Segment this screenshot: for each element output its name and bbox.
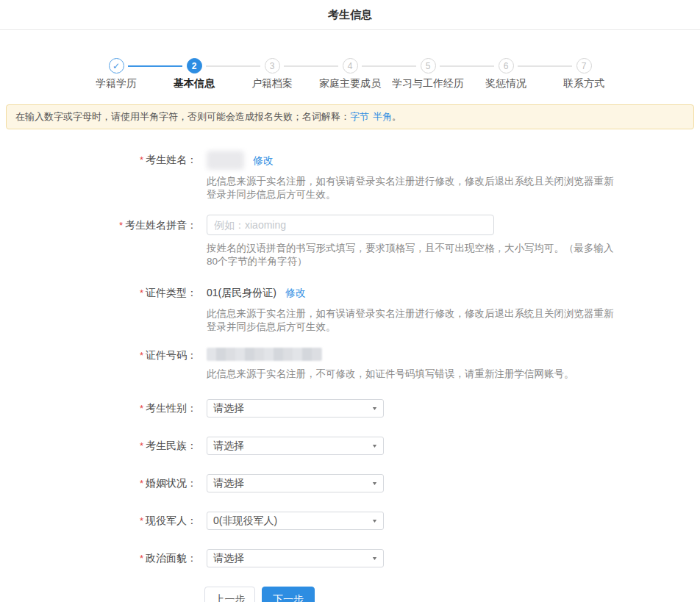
previous-step-button[interactable]: 上一步 [204, 587, 255, 602]
step-number: 3 [265, 58, 280, 74]
cert-type-value: 01(居民身份证) [207, 285, 276, 301]
halfwidth-definition-link[interactable]: 半角 [373, 111, 392, 122]
step-number: 6 [499, 58, 514, 74]
required-asterisk: * [140, 553, 143, 564]
required-asterisk: * [140, 440, 143, 451]
step-label: 家庭主要成员 [311, 77, 389, 90]
cert-type-row: *证件类型： 01(居民身份证) 修改 此信息来源于实名注册，如有误请登录实名注… [0, 285, 700, 334]
step-number: 7 [576, 58, 592, 74]
step-label: 基本信息 [155, 77, 233, 90]
wizard-buttons: 上一步 下一步 [204, 587, 700, 602]
candidate-name-help: 此信息来源于实名注册，如有误请登录实名注册进行修改，修改后退出系统且关闭浏览器重… [207, 175, 623, 201]
chevron-down-icon: ▼ [371, 556, 378, 561]
page-title: 考生信息 [0, 8, 700, 22]
step-number: 5 [421, 58, 436, 74]
step-family-members[interactable]: 4 家庭主要成员 [311, 58, 389, 90]
military-status-row: *现役军人： 0(非现役军人) ▼ [0, 512, 700, 530]
step-label: 奖惩情况 [467, 77, 545, 90]
required-asterisk: * [140, 287, 143, 298]
cert-type-label: *证件类型： [0, 285, 197, 301]
military-status-label: *现役军人： [0, 512, 197, 530]
gender-row: *考生性别： 请选择 ▼ [0, 399, 700, 418]
required-asterisk: * [119, 220, 123, 231]
candidate-name-label: *考生姓名： [0, 152, 197, 168]
wizard-stepper: ✓ 学籍学历 2 基本信息 3 户籍档案 4 家庭主要成员 5 学习与工作经历 … [77, 58, 623, 90]
notice-text: 在输入数字或字母时，请使用半角字符，否则可能会造成报名失败；名词解释： [15, 111, 350, 122]
name-pinyin-row: *考生姓名拼音： 按姓名的汉语拼音的书写形式填写，要求顶格写，且不可出现空格，大… [0, 215, 700, 268]
political-status-select-value: 请选择 [213, 552, 244, 565]
cert-number-redacted [207, 348, 322, 361]
marital-status-select[interactable]: 请选择 ▼ [207, 474, 384, 492]
candidate-info-form: *考生姓名： 修改 此信息来源于实名注册，如有误请登录实名注册进行修改，修改后退… [0, 129, 700, 602]
marital-status-label: *婚姻状况： [0, 474, 197, 492]
step-basic-info[interactable]: 2 基本信息 [155, 58, 233, 90]
chevron-down-icon: ▼ [371, 443, 378, 448]
required-asterisk: * [140, 403, 143, 414]
cert-number-label: *证件号码： [0, 348, 197, 363]
candidate-name-redacted [207, 151, 244, 170]
step-number: 2 [187, 58, 202, 74]
step-rewards-punishments[interactable]: 6 奖惩情况 [467, 58, 545, 90]
required-asterisk: * [140, 350, 143, 361]
step-enrollment-history[interactable]: ✓ 学籍学历 [77, 58, 155, 90]
political-status-row: *政治面貌： 请选择 ▼ [0, 549, 700, 567]
check-icon: ✓ [109, 58, 124, 74]
marital-status-select-value: 请选择 [213, 477, 244, 490]
cert-number-row: *证件号码： 此信息来源于实名注册，不可修改，如证件号码填写错误，请重新注册学信… [0, 348, 700, 381]
name-pinyin-help: 按姓名的汉语拼音的书写形式填写，要求顶格写，且不可出现空格，大小写均可。（最多输… [207, 242, 623, 268]
cert-type-help: 此信息来源于实名注册，如有误请登录实名注册进行修改，修改后退出系统且关闭浏览器重… [207, 307, 623, 334]
step-label: 联系方式 [545, 77, 623, 90]
ethnicity-select-value: 请选择 [213, 440, 244, 453]
modify-cert-type-link[interactable]: 修改 [285, 285, 306, 301]
required-asterisk: * [140, 154, 143, 165]
required-asterisk: * [140, 515, 143, 526]
step-study-work-history[interactable]: 5 学习与工作经历 [389, 58, 467, 90]
name-pinyin-input[interactable] [207, 215, 494, 235]
step-household-file[interactable]: 3 户籍档案 [233, 58, 311, 90]
cert-number-help: 此信息来源于实名注册，不可修改，如证件号码填写错误，请重新注册学信网账号。 [207, 368, 623, 381]
ethnicity-row: *考生民族： 请选择 ▼ [0, 437, 700, 455]
gender-label: *考生性别： [0, 399, 197, 418]
modify-name-link[interactable]: 修改 [253, 153, 274, 168]
gender-select-value: 请选择 [213, 402, 244, 415]
required-asterisk: * [140, 478, 143, 489]
ethnicity-select[interactable]: 请选择 ▼ [207, 437, 384, 455]
political-status-select[interactable]: 请选择 ▼ [207, 549, 384, 567]
next-step-button[interactable]: 下一步 [262, 587, 315, 602]
step-label: 学习与工作经历 [389, 77, 467, 90]
chevron-down-icon: ▼ [371, 481, 378, 486]
political-status-label: *政治面貌： [0, 549, 197, 567]
gender-select[interactable]: 请选择 ▼ [207, 399, 384, 418]
military-status-select[interactable]: 0(非现役军人) ▼ [207, 512, 384, 530]
marital-status-row: *婚姻状况： 请选择 ▼ [0, 474, 700, 492]
name-pinyin-label: *考生姓名拼音： [0, 215, 197, 236]
page-header: 考生信息 [0, 0, 700, 30]
military-status-select-value: 0(非现役军人) [213, 515, 277, 528]
candidate-name-row: *考生姓名： 修改 此信息来源于实名注册，如有误请登录实名注册进行修改，修改后退… [0, 152, 700, 201]
step-number: 4 [343, 58, 358, 74]
chevron-down-icon: ▼ [371, 406, 378, 411]
step-contact-info[interactable]: 7 联系方式 [545, 58, 623, 90]
halfwidth-notice-banner: 在输入数字或字母时，请使用半角字符，否则可能会造成报名失败；名词解释：字节半角。 [6, 104, 694, 129]
chevron-down-icon: ▼ [371, 518, 378, 523]
byte-definition-link[interactable]: 字节 [350, 111, 369, 122]
step-label: 户籍档案 [233, 77, 311, 90]
ethnicity-label: *考生民族： [0, 437, 197, 455]
notice-suffix: 。 [392, 111, 401, 122]
step-label: 学籍学历 [77, 77, 155, 90]
